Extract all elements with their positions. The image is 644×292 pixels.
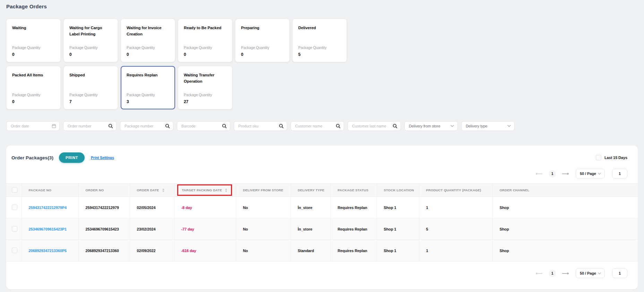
target-packing-date-highlight: TARGET PACKING DATE — [177, 184, 232, 196]
order-date-cell: 23/02/2024 — [130, 218, 174, 240]
table-row: 2594317422212979P4 2594317422212979 02/0… — [6, 197, 638, 218]
card-quantity-label: Package Quantity — [12, 93, 55, 97]
select-all-checkbox[interactable] — [12, 187, 17, 193]
panel-header: Order Packages(3) PRINT Print Settings L… — [6, 145, 638, 163]
pagination-top: ⟵ 1 ⟶ 50 / Page — [6, 169, 638, 178]
card-quantity-label: Package Quantity — [12, 45, 55, 50]
print-settings-link[interactable]: Print Settings — [91, 156, 114, 160]
target-packing-date-cell: -8 day — [174, 197, 236, 218]
card-title: Waiting for Invoice Creation — [127, 25, 169, 37]
col-product-quantity: PRODUCT QUANTITY (PACKAGE) — [419, 184, 492, 197]
select-value: Delivery type — [462, 124, 487, 128]
delivery-type-cell: İn_store — [291, 218, 330, 240]
sort-icon[interactable] — [162, 189, 164, 192]
prev-page-icon[interactable]: ⟵ — [536, 171, 543, 176]
card-quantity-value: 3 — [127, 99, 169, 104]
page-jump-input[interactable] — [612, 268, 627, 278]
card-quantity-label: Package Quantity — [241, 45, 284, 50]
status-card-packed-all-items[interactable]: Packed All Items Package Quantity 0 — [6, 66, 61, 109]
search-icon[interactable] — [279, 124, 284, 128]
delivery-type-select[interactable]: Delivery type — [461, 121, 515, 131]
last-15-days-label: Last 15 Days — [604, 156, 627, 160]
row-checkbox[interactable] — [12, 205, 17, 210]
status-card-preparing[interactable]: Preparing Package Quantity 0 — [235, 19, 290, 62]
card-quantity-label: Package Quantity — [69, 45, 112, 50]
prev-page-icon[interactable]: ⟵ — [536, 271, 543, 276]
delivery-type-cell: İn_store — [291, 197, 330, 218]
table-row: 2534696709615423P1 2534696709615423 23/0… — [6, 218, 638, 240]
page-size-value: 50 / Page — [580, 172, 596, 176]
card-title: Preparing — [241, 25, 284, 31]
order-channel-cell: Shop — [492, 240, 638, 261]
search-icon[interactable] — [108, 124, 113, 128]
card-title: Packed All Items — [12, 72, 55, 78]
card-quantity-value: 0 — [12, 99, 55, 104]
current-page-button[interactable]: 1 — [549, 170, 556, 177]
order-no-cell: 2068929347213360 — [78, 240, 130, 261]
order-channel-cell: Shop — [492, 218, 638, 240]
current-page-button[interactable]: 1 — [549, 270, 556, 277]
stock-location-cell: Shop 1 — [377, 240, 419, 261]
product-quantity-cell: 5 — [419, 218, 492, 240]
last-15-days-checkbox[interactable] — [596, 155, 601, 160]
target-packing-date-cell: -616 day — [174, 240, 236, 261]
last-15-days-filter: Last 15 Days — [596, 155, 627, 160]
card-quantity-label: Package Quantity — [127, 93, 169, 97]
sort-icon[interactable] — [225, 189, 227, 192]
card-title: Waiting for Cargo Label Printing — [69, 25, 112, 37]
order-number-filter — [63, 121, 117, 131]
page-size-select[interactable]: 50 / Page — [576, 169, 605, 178]
panel-title: Order Packages(3) — [11, 155, 53, 160]
package-no-link[interactable]: 2594317422212979P4 — [29, 206, 67, 210]
card-quantity-value: 0 — [184, 52, 226, 57]
card-quantity-label: Package Quantity — [298, 45, 341, 50]
status-card-requires-replan[interactable]: Requires Replan Package Quantity 3 — [121, 66, 175, 109]
col-package-status: PACKAGE STATUS — [330, 184, 377, 197]
page-title: Package Orders — [0, 0, 644, 9]
delivery-from-store-cell: No — [236, 218, 291, 240]
target-packing-date-cell: -77 day — [174, 218, 236, 240]
col-stock-location: STOCK LOCATION — [377, 184, 419, 197]
card-quantity-value: 0 — [241, 52, 284, 57]
calendar-icon — [52, 124, 56, 128]
package-number-filter — [120, 121, 173, 131]
chevron-down-icon — [598, 173, 601, 175]
order-date-filter — [6, 121, 60, 131]
search-icon[interactable] — [393, 124, 397, 128]
package-no-link[interactable]: 2534696709615423P1 — [29, 227, 67, 231]
search-icon[interactable] — [222, 124, 227, 128]
row-checkbox[interactable] — [12, 226, 17, 232]
col-package-no: PACKAGE NO — [22, 184, 78, 197]
card-title: Delivered — [298, 25, 341, 31]
status-card-waiting[interactable]: Waiting Package Quantity 0 — [6, 19, 61, 62]
package-no-link[interactable]: 2068929347213360P5 — [29, 249, 67, 253]
status-card-waiting-invoice[interactable]: Waiting for Invoice Creation Package Qua… — [121, 19, 175, 62]
next-page-icon[interactable]: ⟶ — [562, 271, 569, 276]
card-title: Waiting Transfer Operation — [184, 72, 226, 85]
status-card-delivered[interactable]: Delivered Package Quantity 5 — [292, 19, 347, 62]
card-title: Ready to Be Packed — [184, 25, 226, 31]
col-target-packing-date[interactable]: TARGET PACKING DATE — [174, 184, 236, 197]
next-page-icon[interactable]: ⟶ — [562, 171, 569, 176]
delivery-from-store-select[interactable]: Delivery from store — [404, 121, 458, 131]
status-card-ready-to-be-packed[interactable]: Ready to Be Packed Package Quantity 0 — [178, 19, 232, 62]
search-icon[interactable] — [165, 124, 170, 128]
card-quantity-label: Package Quantity — [184, 93, 226, 97]
page-size-select[interactable]: 50 / Page — [576, 268, 605, 278]
card-quantity-value: 0 — [69, 52, 112, 57]
status-card-waiting-transfer[interactable]: Waiting Transfer Operation Package Quant… — [178, 66, 232, 109]
row-checkbox[interactable] — [12, 248, 17, 253]
print-button[interactable]: PRINT — [59, 152, 85, 163]
card-quantity-value: 7 — [69, 99, 112, 104]
status-card-waiting-cargo-label[interactable]: Waiting for Cargo Label Printing Package… — [63, 19, 118, 62]
package-status-cell: Requires Replan — [330, 218, 377, 240]
order-date-cell: 02/05/2024 — [130, 197, 174, 218]
stock-location-cell: Shop 1 — [377, 218, 419, 240]
customer-last-name-filter — [347, 121, 401, 131]
product-quantity-cell: 1 — [419, 240, 492, 261]
card-title: Requires Replan — [127, 72, 169, 78]
status-card-shipped[interactable]: Shipped Package Quantity 7 — [63, 66, 118, 109]
search-icon[interactable] — [336, 124, 341, 128]
col-order-date[interactable]: ORDER DATE — [130, 184, 174, 197]
page-jump-input[interactable] — [612, 169, 627, 178]
